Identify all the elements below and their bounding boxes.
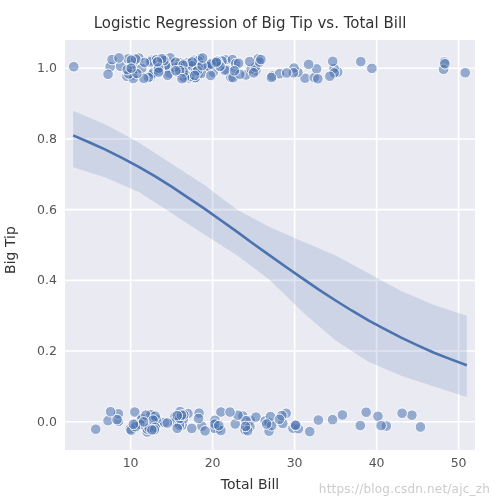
data-point bbox=[147, 425, 158, 436]
data-point bbox=[407, 410, 418, 421]
data-point bbox=[313, 415, 324, 426]
data-point bbox=[153, 67, 164, 78]
y-tick-label: 0.4 bbox=[37, 272, 57, 287]
data-point bbox=[355, 56, 366, 67]
data-point bbox=[274, 414, 285, 425]
data-point bbox=[290, 420, 301, 431]
data-point bbox=[244, 56, 255, 67]
data-point bbox=[162, 418, 173, 429]
y-tick-label: 0.8 bbox=[37, 131, 57, 146]
chart-title: Logistic Regression of Big Tip vs. Total… bbox=[0, 14, 500, 32]
data-point bbox=[397, 408, 408, 419]
data-point bbox=[193, 413, 204, 424]
data-point bbox=[229, 66, 240, 77]
data-point bbox=[214, 420, 225, 431]
data-point bbox=[205, 70, 216, 81]
data-point bbox=[440, 58, 451, 69]
plot-area bbox=[65, 40, 475, 450]
data-point bbox=[327, 56, 338, 67]
y-tick-label: 0.2 bbox=[37, 343, 57, 358]
data-point bbox=[261, 419, 272, 430]
data-point bbox=[337, 410, 348, 421]
data-point bbox=[186, 423, 197, 434]
x-tick-label: 20 bbox=[205, 455, 221, 470]
data-point bbox=[105, 406, 116, 417]
data-point bbox=[327, 414, 338, 425]
data-point bbox=[361, 407, 372, 418]
data-point bbox=[126, 63, 137, 74]
data-point bbox=[367, 63, 378, 74]
data-point bbox=[304, 426, 315, 437]
x-tick-label: 30 bbox=[287, 455, 303, 470]
data-point bbox=[266, 72, 277, 83]
data-point bbox=[128, 419, 139, 430]
data-point bbox=[189, 70, 200, 81]
y-tick-label: 0.6 bbox=[37, 202, 57, 217]
data-point bbox=[281, 68, 292, 79]
data-point bbox=[171, 65, 182, 76]
data-point bbox=[138, 417, 149, 428]
data-point bbox=[460, 67, 471, 78]
data-point bbox=[172, 423, 183, 434]
data-point bbox=[240, 421, 251, 432]
y-axis-label: Big Tip bbox=[2, 150, 18, 350]
data-point bbox=[68, 61, 79, 72]
x-tick-label: 50 bbox=[451, 455, 467, 470]
data-point bbox=[152, 57, 163, 68]
data-point bbox=[225, 407, 236, 418]
watermark: https://blog.csdn.net/ajc_zh bbox=[319, 482, 490, 496]
data-point bbox=[211, 57, 222, 68]
data-point bbox=[313, 74, 324, 85]
chart-figure: Logistic Regression of Big Tip vs. Total… bbox=[0, 0, 500, 500]
data-point bbox=[415, 422, 426, 433]
data-point bbox=[303, 59, 314, 70]
data-point bbox=[90, 424, 101, 435]
data-point bbox=[376, 420, 387, 431]
data-point bbox=[256, 54, 267, 65]
plot-svg bbox=[65, 40, 475, 450]
data-point bbox=[248, 68, 259, 79]
data-point bbox=[197, 53, 208, 64]
y-tick-label: 0.0 bbox=[37, 414, 57, 429]
data-point bbox=[200, 426, 211, 437]
data-point bbox=[355, 420, 366, 431]
data-point bbox=[114, 53, 125, 64]
y-tick-label: 1.0 bbox=[37, 60, 57, 75]
confidence-band bbox=[73, 111, 467, 397]
data-point bbox=[103, 69, 114, 80]
x-tick-label: 40 bbox=[369, 455, 385, 470]
data-point bbox=[172, 410, 183, 421]
x-tick-label: 10 bbox=[123, 455, 139, 470]
data-point bbox=[325, 71, 336, 82]
